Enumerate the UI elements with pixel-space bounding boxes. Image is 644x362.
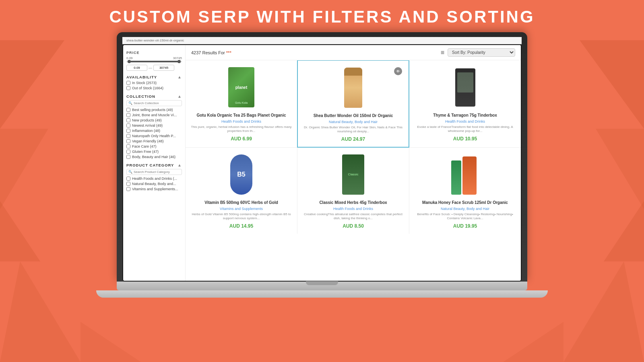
collection-item-3-checkbox[interactable] <box>126 123 130 128</box>
collection-list: Best selling products (49) Joint, Bone a… <box>126 108 182 159</box>
price-max-input[interactable] <box>153 65 174 71</box>
availability-section: AVAILABILITY ▲ In Stock (2573) Out of St… <box>126 75 182 90</box>
list-item: Inflammation (48) <box>126 129 182 133</box>
collection-item-6-checkbox[interactable] <box>126 139 130 143</box>
product-brand[interactable]: Health Foods and Drinks <box>414 119 516 123</box>
product-card[interactable]: Gotu Kola Organic Tea 25 Bags Planet Org… <box>186 60 297 147</box>
product-price: AUD 19.95 <box>414 223 516 229</box>
availability-list: In Stock (2573) Out of Stock (1664) <box>126 81 182 90</box>
results-header: 4237 Results For *** ≡ Sort By: Populari… <box>186 45 521 60</box>
laptop-camera-notch <box>306 281 338 285</box>
product-brand[interactable]: Natural Beauty, Body and Hair <box>303 120 404 124</box>
product-card[interactable]: Vitamin B5 500mg 60VC Herbs of Gold Vita… <box>186 148 297 234</box>
header-controls: ≡ Sort By: Popularity Sort By: Price: Lo… <box>441 48 515 57</box>
page-title: CUSTOM SERP WITH FILTERS AND SORTING <box>0 0 644 32</box>
product-price: AUD 8.50 <box>302 223 404 229</box>
price-label: PRICE <box>126 51 182 55</box>
list-item: Best selling products (49) <box>126 108 182 112</box>
list-item: Face Care (47) <box>126 144 182 148</box>
collection-item-0-checkbox[interactable] <box>126 108 130 112</box>
out-of-stock-checkbox[interactable] <box>126 86 130 90</box>
list-item: New products (49) <box>126 118 182 122</box>
collection-item-1-checkbox[interactable] <box>126 113 130 117</box>
product-card[interactable]: Manuka Honey Face Scrub 125ml Dr Organic… <box>409 148 521 234</box>
collection-search-input[interactable] <box>134 101 180 105</box>
main-product-area: 4237 Results For *** ≡ Sort By: Populari… <box>186 45 521 281</box>
collection-item-8-checkbox[interactable] <box>126 150 130 154</box>
list-view-icon[interactable]: ≡ <box>441 49 444 56</box>
product-brand[interactable]: Natural Beauty, Body and Hair <box>414 207 516 211</box>
list-item: Vitamins and Supplements... <box>126 187 182 191</box>
eye-icon[interactable]: 👁 <box>394 67 402 75</box>
browser-screen: PRICE 0.09 30745 — <box>122 44 522 282</box>
list-item: Newest Arrival (49) <box>126 123 182 128</box>
product-card[interactable]: 👁 Shea Butter Wonder Oil 150ml Dr Organi… <box>297 60 409 148</box>
product-image <box>230 154 252 195</box>
product-image <box>344 68 362 108</box>
product-image-wrap: 👁 <box>303 66 404 110</box>
svg-marker-2 <box>0 201 40 261</box>
product-category-title: PRODUCT CATEGORY ▲ <box>126 163 182 167</box>
collection-section: COLLECTION ▲ 🔍 Best selling products (49… <box>126 94 182 159</box>
product-brand[interactable]: Vitamins and Supplements <box>190 207 292 211</box>
product-image <box>342 154 364 195</box>
list-item: Natural Beauty, Body and... <box>126 182 182 186</box>
product-category-list: Health Foods and Drinks (... Natural Bea… <box>126 177 182 191</box>
list-item: Joint, Bone and Muscle Vi... <box>126 113 182 117</box>
svg-marker-1 <box>0 129 48 209</box>
collection-search-box[interactable]: 🔍 <box>126 100 182 106</box>
svg-marker-8 <box>564 261 644 362</box>
collection-item-7-checkbox[interactable] <box>126 144 130 148</box>
product-desc: Evoke a taste of FranceTransform flat fo… <box>414 125 516 134</box>
product-name: Thyme & Tarragon 75g Tinderbox <box>414 113 516 118</box>
collection-item-4-checkbox[interactable] <box>126 129 130 133</box>
category-item-0-checkbox[interactable] <box>126 177 130 181</box>
results-query: *** <box>226 50 231 55</box>
price-separator: — <box>149 66 152 70</box>
product-image-wrap <box>190 152 292 197</box>
collection-item-2-checkbox[interactable] <box>126 118 130 122</box>
price-min-input[interactable] <box>126 65 147 71</box>
product-brand[interactable]: Health Foods and Drinks <box>190 119 292 123</box>
url-bar: shea-butter-wonder-oil-150ml-dr-organic <box>122 37 522 44</box>
svg-marker-5 <box>580 40 644 129</box>
in-stock-label: In Stock (2573) <box>132 81 157 85</box>
product-price: AUD 10.95 <box>414 136 516 142</box>
price-slider-max-thumb[interactable] <box>178 60 181 63</box>
price-slider-min-thumb[interactable] <box>128 60 131 63</box>
product-brand[interactable]: Health Foods and Drinks <box>302 207 404 211</box>
svg-marker-7 <box>604 201 644 261</box>
product-price: AUD 14.95 <box>190 223 292 229</box>
list-item: Body, Beauty and Hair (46) <box>126 155 182 159</box>
svg-marker-3 <box>0 261 80 362</box>
category-item-1-checkbox[interactable] <box>126 182 130 186</box>
sort-select[interactable]: Sort By: Popularity Sort By: Price: Low … <box>448 48 515 57</box>
product-grid: Gotu Kola Organic Tea 25 Bags Planet Org… <box>186 60 521 234</box>
price-range-display: 0.09 30745 <box>126 56 182 60</box>
results-count: 4237 Results For *** <box>191 50 231 55</box>
product-name: Vitamin B5 500mg 60VC Herbs of Gold <box>190 200 292 205</box>
product-category-section: PRODUCT CATEGORY ▲ 🔍 Health Foods and Dr… <box>126 163 182 191</box>
product-category-search-input[interactable] <box>134 170 180 174</box>
product-image <box>228 67 254 107</box>
availability-title: AVAILABILITY ▲ <box>126 75 182 79</box>
product-card[interactable]: Classic Mixed Herbs 45g Tinderbox Health… <box>297 148 409 234</box>
product-name: Shea Butter Wonder Oil 150ml Dr Organic <box>303 113 404 118</box>
product-category-toggle[interactable]: ▲ <box>178 163 182 167</box>
collection-toggle[interactable]: ▲ <box>178 94 182 99</box>
svg-marker-0 <box>0 40 64 129</box>
list-item: Health Foods and Drinks (... <box>126 177 182 181</box>
product-desc: Benefits of Face Scrub: • Deeply Cleansi… <box>414 212 516 221</box>
list-item: Naturopath Only Health P... <box>126 134 182 138</box>
product-card[interactable]: Thyme & Tarragon 75g Tinderbox Health Fo… <box>409 60 521 147</box>
laptop-base <box>96 290 548 298</box>
in-stock-checkbox[interactable] <box>126 81 130 85</box>
category-item-2-checkbox[interactable] <box>126 187 130 191</box>
availability-toggle[interactable]: ▲ <box>178 75 182 79</box>
laptop-frame: shea-butter-wonder-oil-150ml-dr-organic … <box>117 32 527 298</box>
product-category-search-icon: 🔍 <box>128 170 132 174</box>
collection-item-5-checkbox[interactable] <box>126 134 130 138</box>
product-category-search-box[interactable]: 🔍 <box>126 169 182 175</box>
collection-item-9-checkbox[interactable] <box>126 155 130 159</box>
price-slider-track[interactable] <box>126 61 182 62</box>
